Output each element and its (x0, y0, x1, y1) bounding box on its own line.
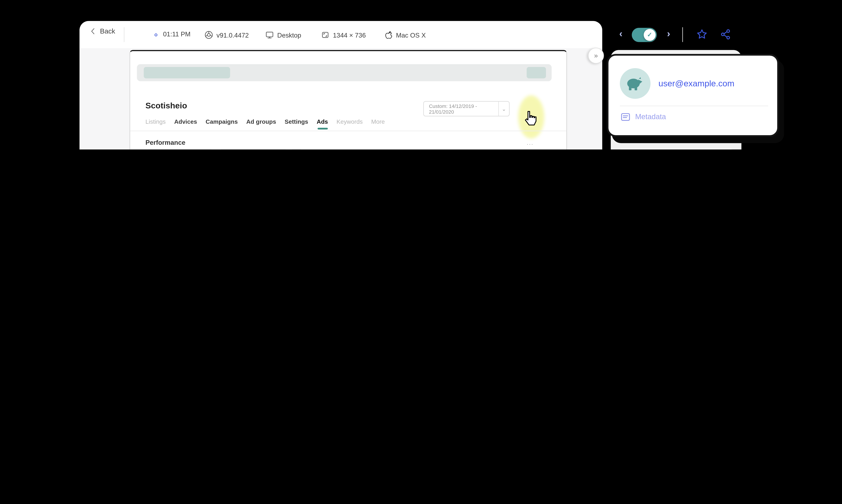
section-title: Performance (145, 139, 185, 146)
visited-event-card[interactable]: Visited Speed Index 1,162 / Time to Rend… (617, 149, 735, 149)
replayed-page-frame: Scotisheio Custom: 14/12/2019 - 21/01/20… (129, 50, 567, 149)
toggle-check-icon: ✓ (644, 29, 656, 41)
india-flag-icon (150, 31, 160, 37)
chevron-down-icon: ⌄ (499, 106, 509, 112)
user-card: user@example.com Metadata (607, 54, 779, 137)
metadata-label: Metadata (635, 112, 666, 121)
resolution-info: 1344 × 736 (321, 31, 366, 39)
back-label: Back (100, 27, 115, 35)
page-tab-campaigns[interactable]: Campaigns (205, 118, 238, 129)
monitor-icon (265, 31, 274, 39)
card-divider (620, 106, 768, 106)
page-tab-listings[interactable]: Listings (145, 118, 166, 129)
apple-icon (384, 31, 393, 40)
chrome-icon (204, 31, 213, 39)
topbar-divider (682, 27, 683, 42)
collapse-sidebar-button[interactable]: » (588, 48, 604, 64)
device-info: Desktop (265, 31, 301, 39)
resolution-label: 1344 × 736 (333, 32, 366, 38)
session-locale-time: 01:11 PM (150, 31, 191, 37)
skeleton-pill (144, 67, 230, 78)
page-tab-keywords[interactable]: Keywords (337, 118, 363, 129)
date-range-value: Custom: 14/12/2019 - 21/01/2020 (424, 103, 498, 114)
player-topbar: Back 01:11 PM v91.0.4472 Desktop 1344 × … (79, 21, 602, 49)
skeleton-pill (526, 67, 546, 78)
session-time: 01:11 PM (163, 31, 191, 37)
prev-session-button[interactable]: ‹ (619, 29, 622, 40)
rhino-avatar-icon (625, 76, 645, 91)
session-status-toggle[interactable]: ✓ (632, 28, 657, 42)
page-tab-ads[interactable]: Ads (317, 118, 328, 129)
hand-cursor-icon (523, 110, 537, 127)
date-range-selector[interactable]: Custom: 14/12/2019 - 21/01/2020 ⌄ (423, 101, 509, 116)
page-tab-bar: ListingsAdvicesCampaignsAd groupsSetting… (145, 118, 385, 129)
session-replay-app: Back 01:11 PM v91.0.4472 Desktop 1344 × … (0, 0, 842, 149)
page-tab-ad-groups[interactable]: Ad groups (246, 118, 276, 129)
metadata-doc-icon (621, 113, 630, 121)
page-tab-advices[interactable]: Advices (174, 118, 197, 129)
back-button[interactable]: Back (89, 27, 115, 35)
tab-divider (130, 131, 567, 131)
metadata-button[interactable]: Metadata (621, 112, 666, 121)
os-info: Mac OS X (384, 31, 426, 40)
page-tab-settings[interactable]: Settings (285, 118, 308, 129)
topbar-divider (124, 27, 124, 42)
next-session-button[interactable]: › (667, 29, 670, 40)
page-title: Scotisheio (145, 101, 187, 110)
os-label: Mac OS X (396, 32, 426, 39)
player-panel: Back 01:11 PM v91.0.4472 Desktop 1344 × … (79, 21, 602, 149)
page-skeleton-bar (137, 64, 552, 81)
screen-size-icon (321, 31, 329, 39)
favorite-star-button[interactable] (697, 29, 707, 40)
overflow-menu[interactable]: ... (526, 139, 534, 146)
user-email[interactable]: user@example.com (659, 78, 734, 88)
chevron-left-icon (89, 27, 97, 35)
page-tab-more[interactable]: More (371, 118, 385, 129)
browser-version: v91.0.4472 (216, 32, 249, 38)
share-button[interactable] (720, 29, 731, 40)
browser-info: v91.0.4472 (204, 31, 249, 39)
avatar (620, 68, 650, 99)
device-label: Desktop (277, 32, 301, 38)
